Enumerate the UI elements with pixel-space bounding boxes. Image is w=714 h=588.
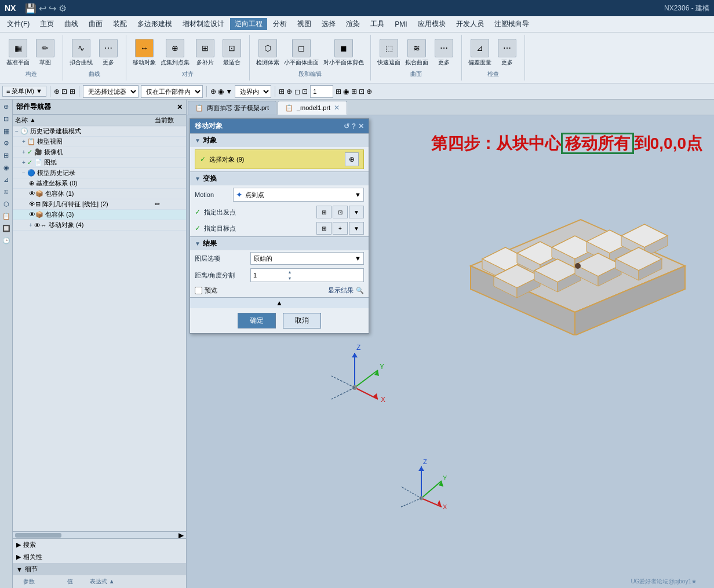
left-icon-3[interactable]: ▦: [1, 125, 12, 137]
nav-row-move[interactable]: +👁↔移动对象 (4): [13, 220, 186, 231]
part-navigator-close-icon[interactable]: ✕: [177, 103, 183, 111]
section-object-header[interactable]: ▼ 对象: [190, 134, 369, 147]
menu-reverse[interactable]: 逆向工程: [230, 18, 267, 30]
tool-check-more[interactable]: ⋯ 更多: [494, 37, 520, 69]
menu-assembly[interactable]: 装配: [108, 18, 132, 30]
tool-deviation[interactable]: ⊿ 偏差度量: [467, 37, 493, 69]
distance-value-field[interactable]: [251, 269, 286, 282]
left-icon-5[interactable]: ⊞: [1, 149, 12, 161]
pnb-relevance[interactable]: ▶ 相关性: [13, 551, 186, 563]
tab-model1[interactable]: 📋 _model1.prt ✕: [278, 101, 347, 115]
menu-select[interactable]: 选择: [317, 18, 340, 30]
menu-view[interactable]: 视图: [293, 18, 316, 30]
nav-row-history[interactable]: −🕒历史记录建模模式: [13, 126, 186, 137]
menu-surface[interactable]: 曲面: [84, 18, 107, 30]
layer-options-select[interactable]: 原始的 ▼: [250, 252, 364, 265]
nav-expand-drawing[interactable]: +: [22, 159, 26, 166]
distance-spin-down[interactable]: ▼: [286, 275, 294, 282]
nav-expand-history[interactable]: −: [15, 128, 19, 134]
menu-pmi[interactable]: PMI: [390, 19, 411, 30]
menu-analysis[interactable]: 分析: [268, 18, 292, 30]
nav-row-datum[interactable]: ⊕基准坐标系 (0): [13, 178, 186, 189]
left-icon-10[interactable]: 📋: [1, 210, 12, 222]
tool-best-fit[interactable]: ⊡ 最适合: [219, 37, 245, 69]
menu-curve[interactable]: 曲线: [60, 18, 83, 30]
motion-select[interactable]: ✦ 点到点 ▼: [233, 188, 364, 202]
specify-end-btn2[interactable]: +: [333, 222, 348, 235]
nav-row-model-history[interactable]: −🔵模型历史记录: [13, 168, 186, 178]
tool-fit-curve[interactable]: ∿ 拟合曲线: [68, 37, 94, 69]
specify-end-btn1[interactable]: ⊞: [316, 222, 332, 235]
menu-appmodule[interactable]: 应用模块: [413, 18, 450, 30]
save-icon[interactable]: 💾: [25, 3, 37, 14]
nav-row-modelview[interactable]: +📋模型视图: [13, 137, 186, 147]
section-result-header[interactable]: ▼ 结果: [190, 237, 369, 250]
left-icon-4[interactable]: ⚙: [1, 137, 12, 149]
menu-file[interactable]: 文件(F): [2, 18, 34, 30]
nav-row-bounding3[interactable]: 👁📦包容体 (3): [13, 210, 186, 220]
show-result-btn[interactable]: 显示结果 🔍: [328, 286, 364, 295]
tool-detect-body[interactable]: ⬡ 检测体素: [254, 37, 281, 69]
nav-expand-model-history[interactable]: −: [22, 170, 26, 176]
tool-facet-color[interactable]: ◼ 对小平面体剪色: [322, 37, 366, 69]
settings-icon[interactable]: ⚙: [59, 3, 67, 14]
left-icon-7[interactable]: ⊿: [1, 174, 12, 185]
left-icon-1[interactable]: ⊕: [1, 101, 12, 112]
nav-expand-move[interactable]: +: [29, 222, 32, 228]
nav-row-bounding1[interactable]: 👁📦包容体 (1): [13, 189, 186, 199]
select-object-icon-btn[interactable]: ⊕: [345, 152, 359, 166]
tool-fit-surface[interactable]: ≋ 拟合曲面: [403, 37, 430, 69]
cancel-button[interactable]: 取消: [283, 313, 321, 328]
tool-sketch[interactable]: ✏ 草图: [32, 37, 58, 69]
left-icon-8[interactable]: ≋: [1, 186, 12, 198]
dialog-collapse-btn[interactable]: ▲: [190, 297, 369, 308]
tool-curve-more[interactable]: ⋯ 更多: [96, 37, 121, 69]
menu-injection[interactable]: 注塑模向导: [490, 18, 534, 30]
toolbar2-boundary-select[interactable]: 边界内: [235, 85, 271, 98]
menu-tools[interactable]: 工具: [366, 18, 389, 30]
nav-row-pattern[interactable]: 👁⊞阵列几何特征 [线性] (2) ✏: [13, 199, 186, 210]
nav-expand-modelview[interactable]: +: [22, 138, 26, 145]
tool-move-object[interactable]: ↔ 移动对象: [131, 37, 158, 69]
pnb-search[interactable]: ▶ 搜索: [13, 539, 186, 551]
move-dialog-reset-icon[interactable]: ↺: [344, 122, 349, 130]
confirm-button[interactable]: 确定: [238, 313, 276, 328]
part-nav-scrollbar[interactable]: ▶: [13, 531, 186, 538]
toolbar2-scope-select[interactable]: 仅在工作部件内: [141, 85, 203, 98]
left-icon-6[interactable]: ◉: [1, 162, 12, 173]
menu-home[interactable]: 主页: [35, 18, 59, 30]
tool-facet-surface[interactable]: ◻ 小平面体曲面: [282, 37, 320, 69]
left-icon-11[interactable]: 🔲: [1, 222, 12, 234]
tool-datum-plane[interactable]: ▦ 基准平面: [5, 37, 31, 69]
distance-spin-up[interactable]: ▲: [286, 269, 294, 275]
nav-row-camera[interactable]: +✓🎥摄像机: [13, 147, 186, 158]
left-icon-2[interactable]: ⊡: [1, 113, 12, 125]
pnb-details[interactable]: ▼ 细节: [13, 563, 186, 575]
tool-surface-more[interactable]: ⋯ 更多: [431, 37, 457, 69]
tool-multi-patch[interactable]: ⊞ 多补片: [192, 37, 218, 69]
menu-additive[interactable]: 增材制造设计: [178, 18, 229, 30]
specify-start-btn1[interactable]: ⊞: [316, 206, 332, 218]
tab-model1-close[interactable]: ✕: [334, 104, 340, 112]
menu-developer[interactable]: 开发人员: [451, 18, 489, 30]
toolbar2-value-input[interactable]: [310, 85, 333, 98]
specify-end-dropdown[interactable]: ▼: [349, 222, 364, 235]
left-icon-12[interactable]: 🕒: [1, 235, 12, 246]
tool-rapid-surface[interactable]: ⬚ 快速遮面: [376, 37, 402, 69]
menu-render[interactable]: 渲染: [341, 18, 365, 30]
menu-polygon[interactable]: 多边形建模: [133, 18, 177, 30]
specify-start-btn2[interactable]: ⊡: [333, 206, 348, 218]
move-dialog-close-icon[interactable]: ✕: [358, 122, 364, 130]
distance-input[interactable]: ▲ ▼: [250, 268, 364, 282]
redo-icon[interactable]: ↪: [49, 3, 56, 14]
toolbar2-filter-select[interactable]: 无选择过滤器: [83, 85, 139, 98]
specify-start-dropdown[interactable]: ▼: [349, 206, 364, 218]
tab-model-frame[interactable]: 📋 两面抽芯 套子模架.prt: [188, 101, 276, 115]
nav-expand-camera[interactable]: +: [22, 149, 26, 155]
move-dialog-help-icon[interactable]: ?: [352, 122, 356, 130]
preview-checkbox[interactable]: [195, 287, 202, 294]
nav-row-drawing[interactable]: +✓📄图纸: [13, 158, 186, 168]
tool-points-to-points[interactable]: ⊕ 点集到点集: [159, 37, 191, 69]
undo-icon[interactable]: ↩: [39, 3, 46, 14]
left-icon-9[interactable]: ⬡: [1, 198, 12, 210]
